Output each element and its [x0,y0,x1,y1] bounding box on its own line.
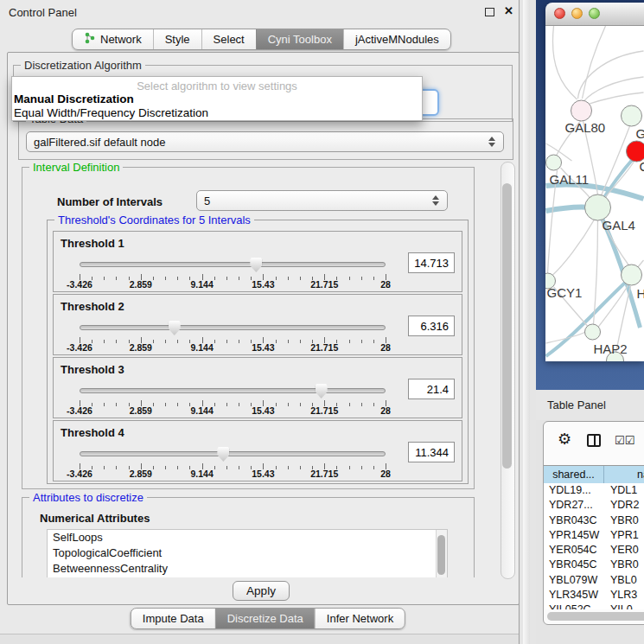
network-edge[interactable] [584,92,644,105]
node-h[interactable] [622,265,642,285]
tick-label: -3.426 [67,405,92,416]
interval-definition-group: Interval Definition Number of Intervals … [22,167,475,489]
tick-label: 2.859 [130,342,152,353]
close-icon[interactable]: ✕ [504,4,513,17]
tick-label: -3.426 [67,342,92,353]
threshold-panel-1: Threshold 1-3.4262.8599.14415.4321.71528 [53,231,462,292]
tick-label: 21.715 [310,405,338,416]
apply-button[interactable]: Apply [233,581,290,601]
tick-label: 9.144 [190,342,213,353]
bottom-tab-label: Infer Network [327,612,393,625]
table-row[interactable]: YPR145WYPR1 [544,528,644,543]
attribute-item-betweennesscentrality[interactable]: BetweennessCentrality [48,561,447,577]
slider-tick-labels: -3.4262.8599.14415.4321.71528 [80,469,386,479]
node-hap2[interactable] [585,324,601,340]
threshold-value-field-3[interactable] [408,379,455,399]
slider-track[interactable] [80,325,386,330]
slider-thumb[interactable] [217,447,229,462]
cell-shared-name: YIL052C [549,603,591,609]
tab-label: jActiveMNodules [355,33,439,46]
checked-boxes-icon[interactable]: ☑☑ [615,434,634,447]
float-window-icon[interactable] [485,8,494,16]
threshold-slider-1[interactable] [80,256,386,273]
attribute-item-topologicalcoefficient[interactable]: TopologicalCoefficient [48,545,447,561]
table-rows: YDL19...YDL1YDR27...YDR2YBR043CYBR0YPR14… [544,483,644,609]
table-hscrollbar[interactable] [547,612,644,621]
node-label-gcy1: GCY1 [547,285,583,300]
network-canvas[interactable]: GAL80GACGAL11GAL4GCY1HHAP2 [545,26,644,361]
threshold-slider-3[interactable] [80,382,386,399]
column-header-name[interactable]: na [605,466,644,484]
slider-track[interactable] [80,388,386,393]
table-row[interactable]: YBR043CYBR0 [544,513,644,528]
node-gal11[interactable] [546,155,562,170]
popup-item-manual-discretization[interactable]: Manual Discretization [14,92,134,105]
table-row[interactable]: YDL19...YDL1 [544,483,644,498]
threshold-value-field-1[interactable] [408,252,455,273]
network-window: GAL80GACGAL11GAL4GCY1HHAP2 [545,3,644,361]
threshold-value-field-2[interactable] [408,316,455,336]
popup-item-equal-width-frequency-discretization[interactable]: Equal Width/Frequency Discretization [14,106,208,119]
main-scrollbar-thumb[interactable] [502,183,512,469]
cell-name: YBL0 [610,573,637,588]
numerical-attributes-list: SelfLoopsTopologicalCoefficientBetweenne… [47,529,448,577]
network-window-titlebar[interactable] [545,3,644,26]
main-scrollbar[interactable] [501,162,515,579]
bottom-tab-impute-data[interactable]: Impute Data [131,609,215,628]
cell-shared-name: YBR045C [549,558,597,572]
bottom-tab-infer-network[interactable]: Infer Network [315,609,405,628]
table-row[interactable]: YBL079WYBL0 [544,573,644,588]
panel-splitter[interactable] [519,0,537,644]
slider-thumb[interactable] [250,258,262,272]
node-label-ga: GA [636,126,644,141]
network-edge[interactable] [552,26,577,99]
tick-label: 9.144 [190,279,213,290]
tick-label: 2.859 [130,405,152,416]
tick-label: 15.43 [252,469,274,479]
table-row[interactable]: YER054CYER0 [544,543,644,558]
threshold-slider-4[interactable] [80,445,386,462]
table-data-combobox-value: galFiltered.sif default node [34,136,165,149]
tick-label: 2.859 [130,279,152,290]
bottom-tab-discretize-data[interactable]: Discretize Data [215,609,315,628]
table-row[interactable]: YDR27...YDR2 [544,498,644,513]
slider-track[interactable] [80,262,386,267]
table-row[interactable]: YLR345WYLR3 [544,588,644,603]
tab-network[interactable]: Network [73,29,153,49]
threshold-panel-3: Threshold 3-3.4262.8599.14415.4321.71528 [53,357,462,418]
node-gal80[interactable] [571,100,592,121]
threshold-value-field-4[interactable] [408,442,455,462]
combo-stepper-icon [488,132,498,151]
slider-track[interactable] [80,451,386,456]
tab-jactivemnodules[interactable]: jActiveMNodules [343,29,450,49]
attributes-scrollbar-thumb[interactable] [437,535,445,575]
column-header-shared[interactable]: shared... [544,466,604,484]
node-top-right[interactable] [622,105,642,126]
cell-name: YPR1 [610,528,639,543]
slider-thumb[interactable] [316,384,328,399]
gear-icon[interactable]: ⚙ [558,431,571,447]
window-close-icon[interactable] [554,8,565,19]
window-minimize-icon[interactable] [571,8,583,19]
table-row[interactable]: YBR045CYBR0 [544,558,644,572]
attributes-scrollbar[interactable] [436,530,447,577]
tab-style[interactable]: Style [153,29,201,49]
network-edge[interactable] [583,77,644,102]
control-panel-titlebar: Control Panel ✕ [0,0,536,24]
network-edge[interactable] [553,220,595,275]
cell-shared-name: YPR145W [549,528,599,543]
tab-select[interactable]: Select [201,29,256,49]
slider-thumb[interactable] [169,321,181,335]
threshold-slider-2[interactable] [80,319,386,336]
node-gal4[interactable] [585,194,611,220]
window-zoom-icon[interactable] [589,8,600,19]
tab-cyni-toolbox[interactable]: Cyni Toolbox [256,29,343,49]
columns-icon[interactable] [587,434,601,447]
num-intervals-combobox[interactable]: 5 [196,190,448,211]
attribute-item-selfloops[interactable]: SelfLoops [48,530,447,545]
table-hscrollbar-thumb[interactable] [547,612,644,621]
cell-name: YBR0 [610,513,639,528]
table-row[interactable]: YIL052CYIL0 [544,603,644,609]
table-data-combobox[interactable]: galFiltered.sif default node [26,131,504,152]
num-intervals-label: Number of Intervals [57,195,163,208]
